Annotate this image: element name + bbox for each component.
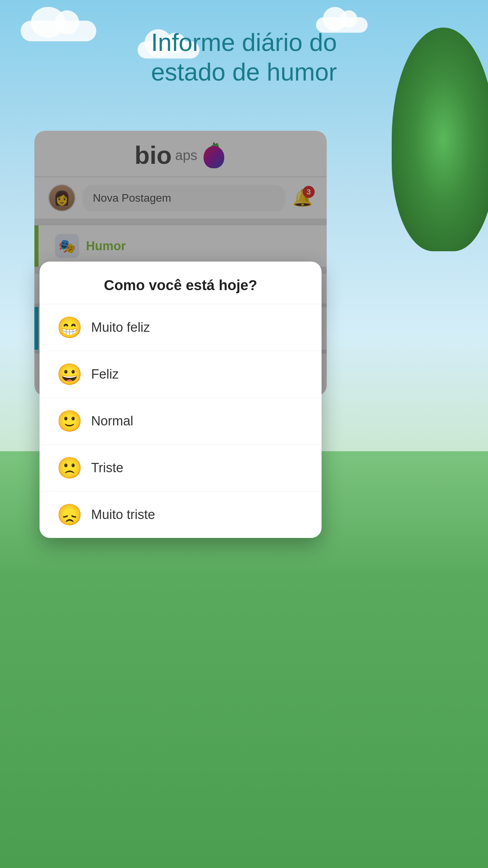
mood-option-muito-triste[interactable]: 😞 Muito triste: [40, 491, 322, 538]
mood-option-muito-feliz[interactable]: 😁 Muito feliz: [40, 304, 322, 351]
mood-label-triste: Triste: [91, 461, 123, 475]
mood-option-normal[interactable]: 🙂 Normal: [40, 398, 322, 444]
mood-label-muito-feliz: Muito feliz: [91, 320, 150, 335]
mood-emoji-muito-triste: 😞: [57, 502, 81, 527]
header-title: Informe diário do estado de humor: [0, 28, 488, 87]
mood-label-normal: Normal: [91, 414, 133, 428]
mood-emoji-feliz: 😀: [57, 362, 81, 387]
mood-label-muito-triste: Muito triste: [91, 507, 155, 522]
mood-emoji-muito-feliz: 😁: [57, 315, 81, 340]
modal-title: Como você está hoje?: [40, 262, 322, 304]
mood-option-triste[interactable]: 🙁 Triste: [40, 444, 322, 491]
mood-emoji-normal: 🙂: [57, 409, 81, 433]
mood-option-feliz[interactable]: 😀 Feliz: [40, 351, 322, 398]
mood-modal: Como você está hoje? 😁 Muito feliz 😀 Fel…: [40, 262, 322, 538]
mood-emoji-triste: 🙁: [57, 456, 81, 480]
mood-label-feliz: Feliz: [91, 367, 119, 382]
